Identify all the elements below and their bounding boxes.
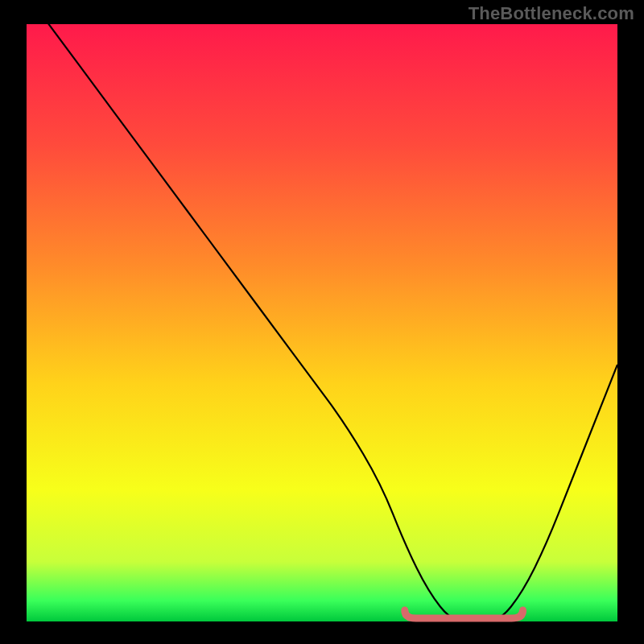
chart-stage: TheBottleneck.com <box>0 0 644 644</box>
watermark-text: TheBottleneck.com <box>469 3 634 24</box>
bottleneck-chart <box>0 0 644 644</box>
